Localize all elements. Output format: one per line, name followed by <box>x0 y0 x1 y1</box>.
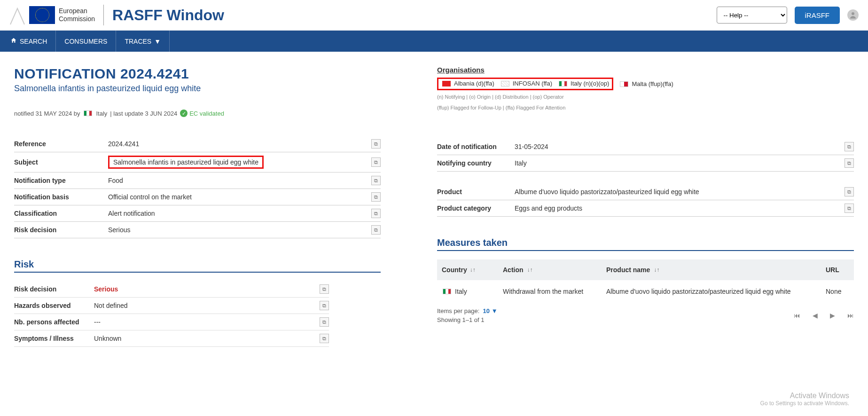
copy-button[interactable]: ⧉ <box>371 225 381 235</box>
risk-row-decision: Risk decision Serious ⧉ <box>14 281 329 298</box>
product-value: Albume d'uovo liquido pastorizzato/paste… <box>515 188 845 196</box>
copy-button[interactable]: ⧉ <box>845 187 854 196</box>
showing-label: Showing 1–1 of 1 <box>437 316 498 323</box>
ec-logo: European Commission <box>9 5 95 25</box>
items-per-page-value[interactable]: 10 ▼ <box>483 307 498 314</box>
org-legend2: (ffup) Flagged for Follow-Up | (ffa) Fla… <box>437 104 854 112</box>
sort-icon: ↓↑ <box>654 267 659 273</box>
copy-button[interactable]: ⧉ <box>845 204 854 213</box>
items-per-page-label: Items per page: <box>437 307 479 314</box>
th-action[interactable]: Action ↓↑ <box>503 266 587 274</box>
th-url[interactable]: URL <box>826 266 849 274</box>
navbar: SEARCH CONSUMERS TRACES ▼ <box>0 31 868 52</box>
subject-text: Salmonella infantis in pasteurized liqui… <box>113 158 258 166</box>
copy-button[interactable]: ⧉ <box>320 301 329 310</box>
malta-flag-icon <box>620 81 628 87</box>
org-infosan-label: INFOSAN (ffa) <box>513 80 552 87</box>
organisations-block: Organisations Albania (d)(ffa) INFOSAN (… <box>437 66 854 111</box>
measures-header: Measures taken <box>437 237 854 251</box>
copy-button[interactable]: ⧉ <box>371 139 381 149</box>
copy-button[interactable]: ⧉ <box>371 176 381 185</box>
copy-button[interactable]: ⧉ <box>320 284 329 294</box>
pager-first-icon[interactable]: ⏮ <box>794 312 800 319</box>
nav-search[interactable]: SEARCH <box>0 31 56 52</box>
copy-button[interactable]: ⧉ <box>371 209 381 218</box>
row-reference: Reference 2024.4241 ⧉ <box>14 136 381 152</box>
eu-flag-icon <box>29 6 55 24</box>
copy-button[interactable]: ⧉ <box>371 157 381 167</box>
pager-next-icon[interactable]: ▶ <box>830 312 835 319</box>
date-value: 31-05-2024 <box>515 143 845 150</box>
ec-decoration <box>9 5 25 25</box>
notification-title: NOTIFICATION 2024.4241 <box>14 66 381 82</box>
org-italy-label: Italy (n)(o)(op) <box>571 80 609 87</box>
ec-validated-label: EC validated <box>189 110 224 117</box>
category-key: Product category <box>437 204 515 212</box>
org-albania-label: Albania (d)(ffa) <box>454 80 494 87</box>
infosan-flag-icon <box>501 81 509 86</box>
svg-point-0 <box>852 12 854 15</box>
th-product-label: Product name <box>606 266 650 274</box>
risk-row-hazards: Hazards observed Not defined ⧉ <box>14 298 329 314</box>
class-key: Classification <box>14 210 108 217</box>
header-divider <box>103 5 104 25</box>
ec-line1: European <box>59 7 95 15</box>
copy-button[interactable]: ⧉ <box>371 192 381 202</box>
content: NOTIFICATION 2024.4241 Salmonella infant… <box>0 52 868 375</box>
notification-meta: notified 31 MAY 2024 by Italy | last upd… <box>14 110 381 117</box>
nav-traces[interactable]: TRACES ▼ <box>116 31 170 52</box>
org-item-albania: Albania (d)(ffa) <box>441 80 494 87</box>
org-item-italy: Italy (n)(o)(op) <box>558 80 609 87</box>
measures-table-head: Country ↓↑ Action ↓↑ Product name ↓↑ URL <box>437 259 854 280</box>
nav-consumers[interactable]: CONSUMERS <box>56 31 116 52</box>
th-country[interactable]: Country ↓↑ <box>442 266 484 274</box>
organisations-header: Organisations <box>437 66 854 74</box>
italy-flag-icon <box>559 81 567 86</box>
riskdec-key: Risk decision <box>14 226 108 234</box>
row-url: None <box>826 288 849 295</box>
caret-down-icon: ▼ <box>154 38 161 45</box>
row-subject: Subject Salmonella infantis in pasteuriz… <box>14 152 381 173</box>
th-product[interactable]: Product name ↓↑ <box>606 266 807 274</box>
check-circle-icon: ✓ <box>180 110 188 117</box>
home-icon <box>10 37 17 45</box>
nav-search-label: SEARCH <box>20 38 47 45</box>
risk-symptoms-value: Unknown <box>94 335 320 342</box>
copy-button[interactable]: ⧉ <box>320 334 329 343</box>
subject-highlight: Salmonella infantis in pasteurized liqui… <box>108 156 264 169</box>
details-table-right: Date of notification 31-05-2024 ⧉ Notify… <box>437 139 854 217</box>
row-notcountry: Notifying country Italy ⧉ <box>437 155 854 172</box>
measures-section: Measures taken Country ↓↑ Action ↓↑ Prod… <box>437 237 854 323</box>
org-malta-label: Malta (ffup)(ffa) <box>632 80 673 87</box>
pager-last-icon[interactable]: ⏭ <box>847 312 854 319</box>
copy-button[interactable]: ⧉ <box>320 317 329 327</box>
row-date: Date of notification 31-05-2024 ⧉ <box>437 139 854 155</box>
product-key: Product <box>437 188 515 196</box>
irasff-button[interactable]: iRASFF <box>795 7 840 24</box>
copy-button[interactable]: ⧉ <box>845 158 854 168</box>
meta-country: Italy <box>96 110 107 117</box>
row-country: Italy <box>442 288 484 295</box>
reference-value: 2024.4241 <box>108 140 371 148</box>
org-item-infosan: INFOSAN (ffa) <box>500 80 552 87</box>
row-classification: Classification Alert notification ⧉ <box>14 205 381 222</box>
th-url-label: URL <box>826 266 839 274</box>
help-dropdown[interactable]: -- Help -- <box>717 7 787 24</box>
basis-key: Notification basis <box>14 193 108 201</box>
risk-decision-value: Serious <box>94 285 320 293</box>
subject-key: Subject <box>14 158 108 166</box>
riskdec-value: Serious <box>108 226 371 234</box>
th-action-label: Action <box>503 266 524 274</box>
category-value: Eggs and egg products <box>515 204 845 212</box>
ec-validated: ✓ EC validated <box>180 110 224 117</box>
th-country-label: Country <box>442 266 467 274</box>
subject-value: Salmonella infantis in pasteurized liqui… <box>108 156 371 169</box>
user-avatar-icon[interactable] <box>847 9 859 21</box>
row-product: Albume d'uovo liquido pastorizzato/paste… <box>606 288 807 295</box>
nav-consumers-label: CONSUMERS <box>64 38 107 45</box>
notcountry-key: Notifying country <box>437 159 515 167</box>
measures-row: Italy Withdrawal from the market Albume … <box>437 280 854 303</box>
pager-prev-icon[interactable]: ◀ <box>813 312 818 319</box>
italy-flag-icon <box>84 110 92 116</box>
copy-button[interactable]: ⧉ <box>845 142 854 151</box>
